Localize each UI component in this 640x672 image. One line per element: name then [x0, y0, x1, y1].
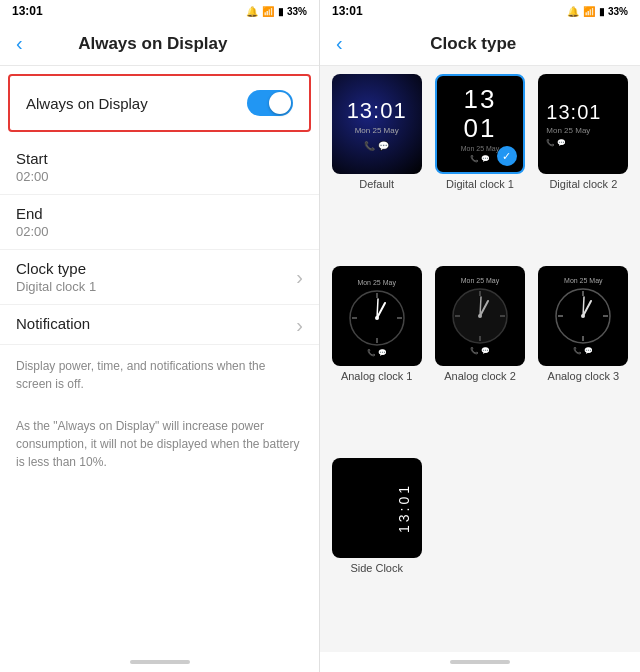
analog1-face	[348, 289, 406, 347]
clock-preview-digital2: 13:01 Mon 25 May 📞 💬	[538, 74, 628, 174]
analog1-icons: 📞 💬	[367, 349, 387, 357]
analog3-icons: 📞 💬	[573, 347, 593, 355]
status-bar-right: 13:01 🔔 📶 ▮ 33%	[320, 0, 640, 22]
info-text-1: Display power, time, and notifications w…	[0, 345, 319, 405]
info-text-2: As the "Always on Display" will increase…	[0, 405, 319, 483]
clock-type-subtitle: Digital clock 1	[16, 279, 303, 294]
clock-label-analog1: Analog clock 1	[341, 370, 413, 382]
digital1-clock-time: 1301	[464, 85, 497, 142]
clock-item-side[interactable]: 13:01 Side Clock	[328, 458, 425, 644]
end-setting[interactable]: End 02:00	[0, 195, 319, 250]
clock-label-digital2: Digital clock 2	[549, 178, 617, 190]
clock-item-digital1[interactable]: 1301 Mon 25 May 📞 💬 ✓ Digital clock 1	[431, 74, 528, 260]
clock-preview-analog2: Mon 25 May 📞 💬	[435, 266, 525, 366]
svg-line-14	[480, 297, 481, 316]
default-clock-date: Mon 25 May	[355, 126, 399, 135]
status-bar-left: 13:01 🔔 📶 ▮ 33%	[0, 0, 319, 22]
notification-icon-right: 🔔	[567, 6, 579, 17]
svg-line-6	[377, 299, 378, 318]
clock-label-side: Side Clock	[350, 562, 403, 574]
side-clock-time: 13:01	[396, 483, 412, 533]
bottom-bar-left	[0, 652, 319, 672]
analog2-icons: 📞 💬	[470, 347, 490, 355]
digital1-clock-icons: 📞 💬	[470, 155, 490, 163]
always-on-display-toggle[interactable]	[247, 90, 293, 116]
clock-item-analog1[interactable]: Mon 25 May 📞	[328, 266, 425, 452]
left-page-title: Always on Display	[31, 34, 275, 54]
status-time-right: 13:01	[332, 4, 363, 18]
clock-preview-digital1: 1301 Mon 25 May 📞 💬 ✓	[435, 74, 525, 174]
always-on-display-row[interactable]: Always on Display	[8, 74, 311, 132]
start-subtitle: 02:00	[16, 169, 303, 184]
clock-item-default[interactable]: 13:01 Mon 25 May 📞 💬 Default	[328, 74, 425, 260]
end-title: End	[16, 205, 303, 222]
digital2-clock-time: 13:01	[546, 101, 601, 124]
status-time-left: 13:01	[12, 4, 43, 18]
clock-label-digital1: Digital clock 1	[446, 178, 514, 190]
selected-checkmark: ✓	[497, 146, 517, 166]
back-button-right[interactable]: ‹	[336, 32, 343, 55]
clock-item-analog3[interactable]: Mon 25 May 📞 💬 Analog clock 3	[535, 266, 632, 452]
clock-preview-analog1: Mon 25 May 📞	[332, 266, 422, 366]
clock-label-default: Default	[359, 178, 394, 190]
left-panel: 13:01 🔔 📶 ▮ 33% ‹ Always on Display Alwa…	[0, 0, 320, 672]
right-page-title: Clock type	[351, 34, 596, 54]
digital2-clock-icons: 📞 💬	[546, 139, 566, 147]
right-panel: 13:01 🔔 📶 ▮ 33% ‹ Clock type 13:01 Mon 2…	[320, 0, 640, 672]
end-subtitle: 02:00	[16, 224, 303, 239]
start-title: Start	[16, 150, 303, 167]
toggle-label: Always on Display	[26, 95, 148, 112]
clock-preview-side: 13:01	[332, 458, 422, 558]
svg-line-22	[583, 297, 584, 316]
notification-setting[interactable]: Notification	[0, 305, 319, 345]
analog3-date: Mon 25 May	[564, 277, 603, 284]
wifi-icon-right: 📶	[583, 6, 595, 17]
clock-label-analog3: Analog clock 3	[548, 370, 620, 382]
clock-label-analog2: Analog clock 2	[444, 370, 516, 382]
svg-point-7	[375, 316, 379, 320]
home-indicator-left	[130, 660, 190, 664]
back-button-left[interactable]: ‹	[16, 32, 23, 55]
status-icons-right: 🔔 📶 ▮ 33%	[567, 6, 628, 17]
clock-item-analog2[interactable]: Mon 25 May 📞 💬 Analog clock 2	[431, 266, 528, 452]
clock-type-title: Clock type	[16, 260, 303, 277]
settings-content: Always on Display Start 02:00 End 02:00 …	[0, 66, 319, 652]
bottom-bar-right	[320, 652, 640, 672]
notification-icon: 🔔	[246, 6, 258, 17]
analog3-face	[554, 287, 612, 345]
analog2-date: Mon 25 May	[461, 277, 500, 284]
wifi-icon: 📶	[262, 6, 274, 17]
clock-grid: 13:01 Mon 25 May 📞 💬 Default 1301 Mon 25…	[320, 66, 640, 652]
battery-indicator: ▮ 33%	[278, 6, 307, 17]
clock-item-digital2[interactable]: 13:01 Mon 25 May 📞 💬 Digital clock 2	[535, 74, 632, 260]
start-setting[interactable]: Start 02:00	[0, 140, 319, 195]
analog1-date: Mon 25 May	[357, 279, 396, 286]
home-indicator-right	[450, 660, 510, 664]
default-clock-icons: 📞 💬	[364, 141, 389, 151]
clock-type-setting[interactable]: Clock type Digital clock 1	[0, 250, 319, 305]
battery-indicator-right: ▮ 33%	[599, 6, 628, 17]
clock-preview-analog3: Mon 25 May 📞 💬	[538, 266, 628, 366]
digital2-clock-date: Mon 25 May	[546, 126, 590, 135]
svg-point-15	[478, 314, 482, 318]
notification-title: Notification	[16, 315, 303, 332]
default-clock-time: 13:01	[347, 98, 407, 124]
left-header: ‹ Always on Display	[0, 22, 319, 66]
right-header: ‹ Clock type	[320, 22, 640, 66]
analog2-face	[451, 287, 509, 345]
clock-preview-default: 13:01 Mon 25 May 📞 💬	[332, 74, 422, 174]
svg-point-23	[581, 314, 585, 318]
status-icons-left: 🔔 📶 ▮ 33%	[246, 6, 307, 17]
digital1-clock-date: Mon 25 May	[461, 145, 500, 152]
